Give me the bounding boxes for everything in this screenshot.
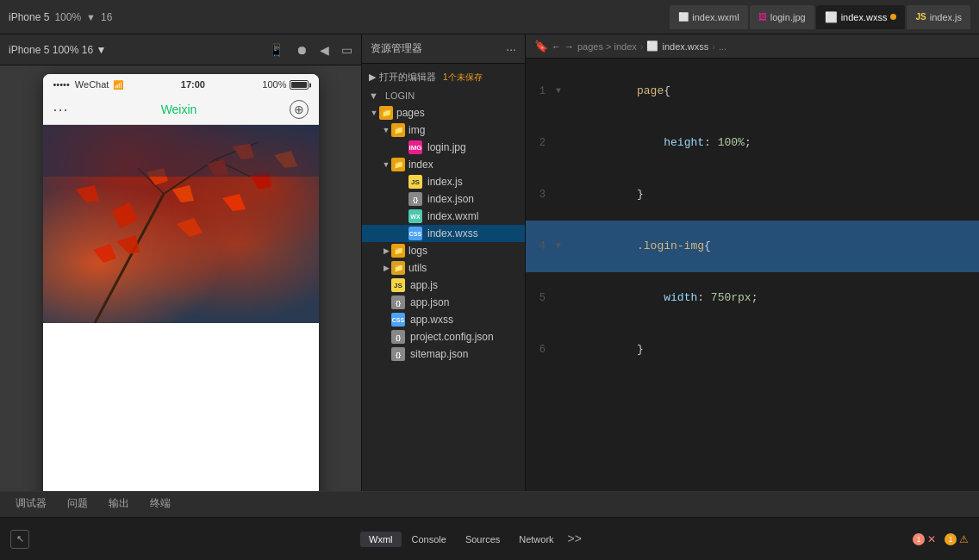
debug-tabs: Wxml Console Sources Network >>	[360, 532, 582, 547]
file-panel-title: 资源管理器	[371, 41, 422, 56]
breadcrumb-more: ›	[712, 41, 715, 52]
top-bar: iPhone 5 100% ▼ 16 ⬜ index.wxml 🖼 login.…	[0, 0, 979, 34]
tab-index-js[interactable]: JS index.js	[907, 5, 970, 29]
code-line-3: 3 }	[526, 169, 979, 221]
indent	[637, 136, 664, 149]
item-label: index.js	[427, 176, 463, 188]
tree-item-img[interactable]: ▼ 📁 img	[362, 121, 525, 139]
tab-label: index.wxss	[841, 12, 888, 22]
back-button[interactable]: ←	[552, 41, 561, 52]
tab-terminal[interactable]: 终端	[141, 493, 179, 516]
tree-item-project-config[interactable]: {} project.config.json	[362, 328, 525, 345]
folder-arrow: ▼	[381, 126, 391, 134]
tab-index-wxml[interactable]: ⬜ index.wxml	[670, 5, 747, 29]
battery-icon	[290, 80, 309, 90]
phone-white-area	[43, 323, 319, 491]
tab-output[interactable]: 输出	[100, 493, 138, 516]
open-editors-label: 打开的编辑器	[379, 71, 436, 84]
tree-item-app-js[interactable]: JS app.js	[362, 277, 525, 294]
simulator-toolbar: iPhone 5 100% 16 ▼ 📱 ⏺ ◀ ▭	[0, 34, 361, 65]
inspect-icon[interactable]: ↖	[10, 530, 29, 549]
tab-console[interactable]: Console	[403, 532, 455, 547]
device-name: iPhone 5 100% 16 ▼	[9, 44, 106, 56]
tab-login-jpg[interactable]: 🖼 login.jpg	[750, 5, 814, 29]
folder-arrow: ▼	[369, 109, 379, 117]
warning-badge: 1 ⚠	[945, 533, 969, 545]
more-options-icon[interactable]: ···	[506, 42, 516, 56]
tab-index-wxss[interactable]: ⬜ index.wxss	[816, 5, 906, 29]
open-editors-section[interactable]: ▶ 打开的编辑器 1个未保存	[362, 67, 525, 87]
item-label: index	[408, 159, 433, 171]
tab-label: login.jpg	[770, 12, 806, 22]
tab-wxml[interactable]: Wxml	[360, 532, 402, 547]
zoom-step-icon[interactable]: ▼	[86, 12, 96, 22]
tree-item-index-wxml[interactable]: WX index.wxml	[362, 208, 525, 225]
phone-status-bar: ••••• WeChat 📶 17:00 100%	[43, 74, 319, 95]
code-line-5: 5 width: 750rpx;	[526, 272, 979, 324]
item-label: index.wxss	[427, 227, 478, 240]
tab-network[interactable]: Network	[510, 532, 562, 547]
line-content-5: width: 750rpx;	[570, 272, 758, 324]
colon2: :	[697, 291, 711, 304]
folder-icon: 📁	[391, 244, 405, 258]
tree-item-index-json[interactable]: {} index.json	[362, 190, 525, 208]
line-content-6: }	[570, 324, 644, 376]
back-icon[interactable]: ◀	[320, 43, 329, 57]
wxss-icon: ⬜	[825, 11, 838, 23]
semicolon: ;	[745, 136, 751, 149]
tab-label: index.js	[930, 12, 962, 22]
line-gutter-4: ▼	[556, 238, 570, 255]
line-num-5: 5	[526, 289, 556, 307]
line-content-2: height: 100%;	[570, 117, 751, 169]
battery-fill	[291, 82, 307, 88]
item-label: login.jpg	[427, 141, 466, 153]
tree-item-login-jpg[interactable]: IMG login.jpg	[362, 139, 525, 156]
semicolon2: ;	[751, 291, 758, 304]
code-editor[interactable]: 1 ▼ page{ 2 height: 100%; 3 }	[526, 59, 979, 491]
colon: :	[704, 136, 718, 149]
wxss-file-icon: CSS	[408, 227, 422, 240]
wifi-icon: 📶	[113, 80, 123, 90]
tree-item-index-js[interactable]: JS index.js	[362, 173, 525, 190]
tab-debugger[interactable]: 调试器	[7, 493, 55, 516]
code-panel: 🔖 ← → pages > index › ⬜ index.wxss › ...…	[526, 34, 979, 491]
tree-item-logs[interactable]: ▶ 📁 logs	[362, 242, 525, 259]
login-arrow: ▼	[369, 90, 378, 101]
tree-item-index-folder[interactable]: ▼ 📁 index	[362, 156, 525, 173]
line-num-4: 4	[526, 238, 556, 255]
line-num-1: 1	[526, 83, 556, 100]
record-icon[interactable]: ⏺	[296, 43, 308, 57]
svg-marker-8	[172, 185, 194, 202]
bookmark-icon[interactable]: 🔖	[534, 40, 548, 53]
breadcrumb-separator: ›	[640, 41, 644, 52]
phone-icon[interactable]: 📱	[269, 43, 284, 57]
more-tabs-icon[interactable]: >>	[568, 532, 582, 547]
zoom-step: 16	[101, 11, 112, 23]
svg-marker-13	[116, 235, 140, 254]
menu-dots[interactable]: ···	[53, 101, 69, 119]
login-section[interactable]: ▼ LOGIN	[362, 87, 525, 104]
folder-icon: 📁	[391, 261, 405, 275]
tree-item-index-wxss[interactable]: CSS index.wxss	[362, 225, 525, 242]
tree-item-pages[interactable]: ▼ 📁 pages	[362, 104, 525, 121]
warn-count-icon: 1	[945, 533, 957, 545]
prop-height: height	[664, 136, 704, 149]
tree-item-sitemap[interactable]: {} sitemap.json	[362, 345, 525, 363]
open-editors-arrow: ▶	[369, 72, 376, 83]
action-circle[interactable]: ⊕	[290, 100, 309, 119]
code-line-4: 4 ▼ .login-img{	[526, 221, 979, 272]
phone-frame: ••••• WeChat 📶 17:00 100% ··· We	[43, 74, 319, 491]
selector-login: .login-img	[637, 240, 704, 252]
tab-sources[interactable]: Sources	[457, 532, 508, 547]
tree-item-app-json[interactable]: {} app.json	[362, 294, 525, 311]
bottom-panel: 调试器 问题 输出 终端 ↖ Wxml Console Sources Netw…	[0, 491, 979, 560]
file-panel-actions: ···	[506, 42, 516, 56]
error-badge: 1 ✕	[913, 533, 936, 545]
svg-marker-6	[112, 202, 138, 228]
tree-item-app-wxss[interactable]: CSS app.wxss	[362, 311, 525, 328]
forward-button[interactable]: →	[564, 41, 574, 52]
tab-issues[interactable]: 问题	[59, 493, 97, 516]
item-label: index.wxml	[427, 210, 478, 222]
tree-item-utils[interactable]: ▶ 📁 utils	[362, 259, 525, 277]
minimize-icon[interactable]: ▭	[341, 43, 352, 57]
